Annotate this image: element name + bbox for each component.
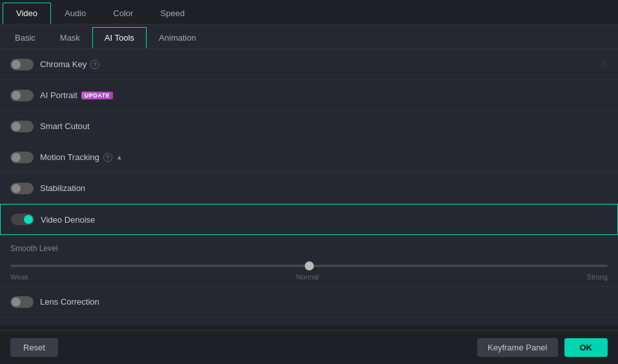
chroma-key-diamond-icon: ♢	[599, 59, 608, 70]
smart-cutout-label: Smart Cutout	[40, 121, 90, 131]
setting-row-ai-portrait: AI Portrait UPDATE	[0, 80, 618, 111]
toggle-lens-correction[interactable]	[10, 296, 34, 308]
tab-ai-tools[interactable]: AI Tools	[92, 27, 147, 48]
toggle-video-denoise[interactable]	[11, 214, 34, 225]
lens-correction-label: Lens Correction	[40, 297, 99, 307]
smooth-level-label: Smooth Level	[10, 244, 608, 253]
bottom-right-actions: Keyframe Panel OK	[477, 338, 608, 357]
motion-tracking-label: Motion Tracking	[40, 152, 99, 162]
tab-basic[interactable]: Basic	[3, 27, 48, 48]
slider-label-strong: Strong	[587, 273, 608, 281]
setting-row-lens-correction: Lens Correction	[0, 287, 618, 318]
ai-portrait-label: AI Portrait	[40, 90, 77, 100]
top-tab-bar: Video Audio Color Speed	[0, 0, 618, 25]
slider-label-weak: Weak	[10, 273, 28, 281]
setting-row-chroma-key: Chroma Key ? ♢	[0, 49, 618, 80]
toggle-ai-portrait[interactable]	[10, 90, 34, 101]
tab-audio[interactable]: Audio	[51, 3, 99, 24]
tab-color[interactable]: Color	[99, 3, 147, 24]
motion-tracking-help-icon[interactable]: ?	[103, 153, 112, 162]
setting-row-smart-cutout: Smart Cutout	[0, 111, 618, 142]
toggle-chroma-key[interactable]	[10, 59, 34, 70]
smooth-level-slider[interactable]	[10, 265, 608, 267]
tab-video[interactable]: Video	[3, 3, 51, 24]
ai-portrait-badge: UPDATE	[81, 92, 113, 99]
reset-button[interactable]: Reset	[10, 338, 58, 357]
keyframe-panel-button[interactable]: Keyframe Panel	[477, 338, 558, 357]
toggle-smart-cutout[interactable]	[10, 121, 34, 132]
video-denoise-label: Video Denoise	[41, 215, 95, 225]
setting-row-video-denoise: Video Denoise	[0, 204, 618, 235]
chroma-key-label: Chroma Key	[40, 59, 87, 69]
setting-row-stabilization: Stabilization	[0, 173, 618, 204]
slider-labels: Weak Normal Strong	[10, 273, 608, 281]
sub-tab-bar: Basic Mask AI Tools Animation	[0, 25, 618, 49]
motion-tracking-chevron-icon[interactable]: ▲	[116, 154, 123, 161]
smooth-level-section: Smooth Level Weak Normal Strong	[0, 235, 618, 287]
toggle-stabilization[interactable]	[10, 183, 34, 194]
stabilization-label: Stabilization	[40, 183, 85, 193]
setting-row-motion-tracking: Motion Tracking ? ▲	[0, 142, 618, 173]
ok-button[interactable]: OK	[564, 338, 608, 357]
main-content: Chroma Key ? ♢ AI Portrait UPDATE Smart …	[0, 49, 618, 325]
chroma-key-help-icon[interactable]: ?	[90, 60, 99, 69]
bottom-bar: Reset Keyframe Panel OK	[0, 330, 618, 364]
tab-animation[interactable]: Animation	[147, 27, 209, 48]
slider-label-normal: Normal	[296, 273, 319, 281]
toggle-motion-tracking[interactable]	[10, 152, 34, 163]
tab-speed[interactable]: Speed	[147, 3, 198, 24]
tab-mask[interactable]: Mask	[48, 27, 92, 48]
